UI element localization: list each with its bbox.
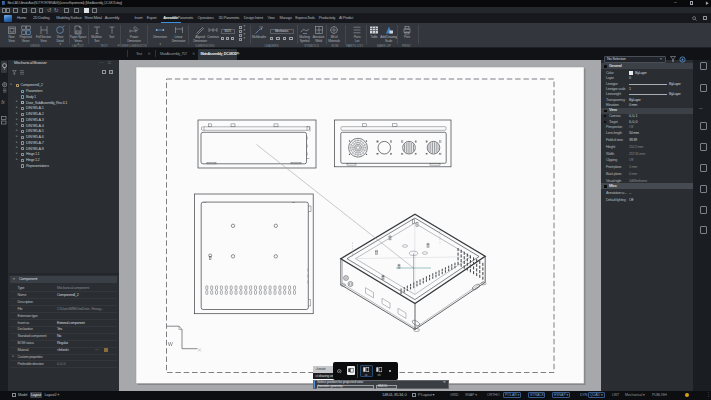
svg-text:W: W bbox=[168, 341, 173, 347]
